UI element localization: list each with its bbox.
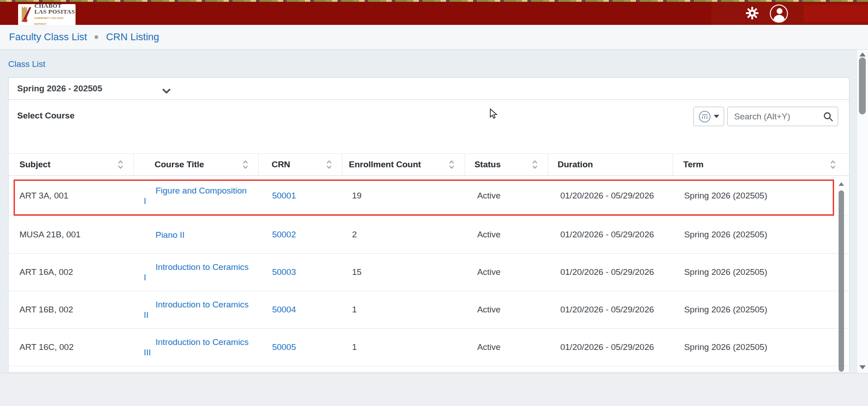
- cell-crn: 50001: [259, 176, 342, 216]
- district-logo-text: CHABOT LAS POSITAS COMMUNITY COLLEGE DIS…: [34, 3, 76, 27]
- column-header-course-title[interactable]: Course Title: [134, 154, 259, 175]
- cell-term: Spring 2026 (202505): [673, 216, 849, 253]
- course-title-link[interactable]: Introduction to Ceramics III: [144, 337, 249, 358]
- sort-icon[interactable]: [830, 160, 836, 170]
- cell-enrollment: 15: [342, 254, 465, 291]
- crn-link[interactable]: 50005: [272, 342, 296, 352]
- scroll-up-arrow-icon[interactable]: [859, 52, 866, 57]
- cell-enrollment: 2: [342, 216, 465, 253]
- cell-crn: 50005: [259, 329, 342, 366]
- breadcrumb: Faculty Class List CRN Listing: [0, 25, 868, 50]
- class-list-link[interactable]: Class List: [8, 59, 45, 69]
- table-scrollbar[interactable]: [838, 179, 844, 372]
- table-header-row: Subject Course Title CRN Enrollment Coun…: [9, 153, 849, 176]
- cell-crn: 50004: [259, 291, 342, 328]
- cell-enrollment: 1: [342, 329, 465, 366]
- caret-down-icon: [714, 115, 719, 118]
- crn-link[interactable]: 50003: [272, 267, 296, 277]
- breadcrumb-faculty-class-list[interactable]: Faculty Class List: [9, 31, 87, 43]
- cell-status: Active: [465, 329, 548, 366]
- cell-term: Spring 2026 (202505): [673, 329, 849, 366]
- course-list-panel: Select Course Subject Course Title CRN: [8, 100, 849, 372]
- course-title-link[interactable]: Introduction to Ceramics II: [144, 299, 249, 320]
- course-title-line1: Piano II: [144, 230, 185, 240]
- table-row-musa-21b: MUSA 21B, 001 Piano II 50002 2 Active 01…: [9, 216, 849, 253]
- scroll-down-arrow-icon[interactable]: [859, 365, 866, 369]
- column-label: Subject: [19, 160, 51, 170]
- cell-course-title: Figure and Composition I: [134, 176, 259, 216]
- cell-course-title: Introduction to Ceramics II: [134, 291, 259, 328]
- cell-crn: 50002: [259, 216, 342, 253]
- user-profile-icon[interactable]: [770, 5, 788, 23]
- crn-link[interactable]: 50001: [272, 191, 296, 201]
- cell-term: Spring 2026 (202505): [673, 176, 849, 216]
- table-scrollbar-thumb[interactable]: [839, 190, 844, 372]
- sort-icon[interactable]: [449, 160, 455, 170]
- app-header: CHABOT LAS POSITAS COMMUNITY COLLEGE DIS…: [0, 2, 868, 25]
- sort-icon[interactable]: [118, 160, 123, 170]
- district-logo-graphic: [20, 6, 33, 24]
- column-label: Status: [474, 160, 501, 170]
- sort-icon[interactable]: [532, 160, 538, 170]
- course-title-line1: Introduction to Ceramics: [144, 337, 249, 347]
- cell-status: Active: [465, 254, 548, 291]
- cell-course-title: Introduction to Ceramics III: [134, 329, 259, 366]
- chevron-down-icon: [162, 87, 171, 95]
- cell-status: Active: [465, 216, 548, 253]
- settings-gear-icon[interactable]: [745, 6, 759, 20]
- course-title-line2: II: [144, 310, 249, 320]
- column-header-term[interactable]: Term: [673, 154, 849, 175]
- sort-icon[interactable]: [326, 160, 332, 170]
- column-header-subject[interactable]: Subject: [9, 154, 134, 175]
- term-selector[interactable]: Spring 2026 - 202505: [8, 77, 849, 100]
- cell-subject: ART 16C, 002: [9, 329, 134, 366]
- column-label: Course Title: [155, 160, 204, 170]
- logo-line2: LAS POSITAS: [34, 9, 76, 14]
- scroll-up-arrow-icon[interactable]: [839, 182, 844, 186]
- cell-subject: ART 3A, 001: [9, 176, 134, 216]
- crn-link[interactable]: 50002: [272, 230, 296, 240]
- table-row-art-16b: ART 16B, 002 Introduction to Ceramics II…: [9, 291, 849, 328]
- table-row-partial: [9, 366, 849, 372]
- cell-term: Spring 2026 (202505): [673, 291, 849, 328]
- course-title-line1: Figure and Composition: [144, 185, 247, 196]
- crn-link[interactable]: 50004: [272, 305, 296, 315]
- column-label: Enrollment Count: [349, 160, 421, 170]
- cell-duration: 01/20/2026 - 05/29/2026: [548, 254, 674, 291]
- page-scrollbar-thumb[interactable]: [859, 57, 866, 114]
- cell-enrollment: 19: [342, 176, 465, 216]
- column-header-crn[interactable]: CRN: [259, 154, 342, 175]
- course-title-link[interactable]: Figure and Composition I: [144, 185, 247, 206]
- sort-icon[interactable]: [242, 160, 248, 170]
- breadcrumb-crn-listing[interactable]: CRN Listing: [106, 31, 159, 43]
- cell-duration: 01/20/2026 - 05/29/2026: [548, 176, 674, 216]
- header-right-pill: [804, 5, 868, 22]
- cell-status: Active: [465, 176, 548, 216]
- cell-duration: 01/20/2026 - 05/29/2026: [548, 329, 674, 366]
- table-row-art-3a: ART 3A, 001 Figure and Composition I 500…: [9, 176, 849, 216]
- column-label: CRN: [271, 160, 290, 170]
- column-header-duration[interactable]: Duration: [548, 154, 674, 175]
- cell-status: Active: [465, 291, 548, 328]
- cell-term: Spring 2026 (202505): [673, 254, 849, 291]
- district-logo[interactable]: CHABOT LAS POSITAS COMMUNITY COLLEGE DIS…: [18, 4, 76, 25]
- page-scrollbar[interactable]: [857, 50, 868, 373]
- column-header-status[interactable]: Status: [465, 154, 548, 175]
- table-row-art-16a: ART 16A, 002 Introduction to Ceramics I …: [9, 253, 849, 291]
- search-box: [727, 107, 838, 126]
- table-settings-button[interactable]: [693, 107, 724, 126]
- course-title-line2: I: [144, 272, 249, 283]
- column-header-enrollment-count[interactable]: Enrollment Count: [342, 154, 465, 175]
- cell-course-title: Introduction to Ceramics I: [134, 254, 259, 291]
- windows-taskbar: ☂ 4 X W A: [0, 373, 868, 406]
- course-title-link[interactable]: Piano II: [144, 230, 185, 240]
- cell-subject: ART 16A, 002: [9, 254, 134, 291]
- cell-subject: MUSA 21B, 001: [9, 216, 134, 253]
- course-title-line1: Introduction to Ceramics: [144, 299, 249, 310]
- cell-duration: 01/20/2026 - 05/29/2026: [548, 216, 674, 253]
- select-course-heading: Select Course: [17, 111, 75, 121]
- column-label: Term: [683, 160, 703, 170]
- course-title-link[interactable]: Introduction to Ceramics I: [144, 262, 249, 283]
- search-input[interactable]: [727, 107, 838, 126]
- course-title-line2: I: [144, 196, 247, 206]
